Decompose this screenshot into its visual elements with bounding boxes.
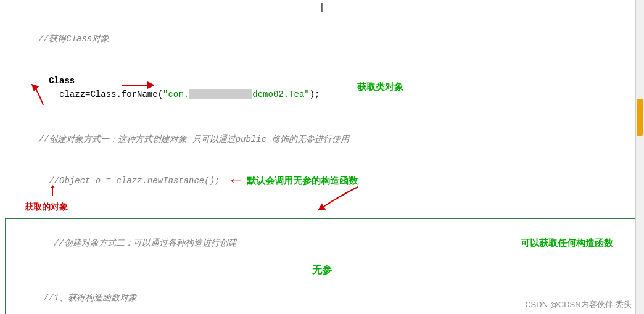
string-classname: "com.████████demo02.Tea" (163, 89, 310, 99)
bottom-credit: CSDN @CDSN内容伙伴-秃头 (525, 299, 632, 310)
cursor-line: | (0, 0, 644, 14)
comment-text-1: //获得Class对象 (38, 34, 109, 44)
arrow-up-icon: ↑ (47, 181, 58, 200)
comment-italic-text: //创建对象方式二：可以通过各种构造进行创建 (54, 238, 237, 248)
annotation-get-instance: 获取的对象 (25, 202, 68, 213)
code-paren: ); (310, 89, 320, 99)
comment-get-class: //获得Class对象 (7, 19, 637, 60)
main-container: | //获得Class对象 Class clazz=Class.forName(… (0, 0, 644, 314)
annotation-any-constructor: 可以获取任何构造函数 (521, 238, 613, 249)
class-forname-line: Class clazz=Class.forName("com.████████d… (7, 60, 637, 115)
annotation-get-object: 获取类对象 (357, 81, 403, 93)
scrollbar-thumb[interactable] (637, 99, 643, 136)
scrollbar[interactable] (635, 0, 644, 314)
code-line-1: Class clazz=Class.forName("com.████████d… (7, 60, 320, 115)
comment-text-3: //1、获得构造函数对象 (43, 293, 136, 303)
annotation-default-constructor: 默认会调用无参的构造函数 (247, 175, 358, 187)
comment-method2-italic: //创建对象方式二：可以通过各种构造进行创建 (12, 223, 237, 264)
keyword-class: Class (49, 76, 75, 86)
wucan-row: 无参 (12, 264, 632, 277)
new-instance-line: //Object o = clazz.newInstance(); ← 默认会调… (7, 160, 637, 202)
code-line-2: //Object o = clazz.newInstance(); (7, 160, 220, 202)
annotation-no-param: 无参 (312, 265, 332, 275)
comment-text-2: //创建对象方式一：这种方式创建对象 只可以通过public 修饰的无参进行使用 (38, 134, 349, 144)
comment-newinstance: //Object o = clazz.newInstance(); (49, 176, 220, 186)
code-clazz: clazz=Class.forName( (49, 89, 163, 99)
bordered-top-row: //创建对象方式二：可以通过各种构造进行创建 可以获取任何构造函数 (12, 223, 632, 264)
annotation-row: 获取的对象 ↑ (7, 202, 637, 215)
comment-create-method1: //创建对象方式一：这种方式创建对象 只可以通过public 修饰的无参进行使用 (7, 119, 637, 160)
top-section: //获得Class对象 Class clazz=Class.forName("c… (0, 14, 644, 218)
arrow-right-icon: ← (231, 173, 241, 189)
